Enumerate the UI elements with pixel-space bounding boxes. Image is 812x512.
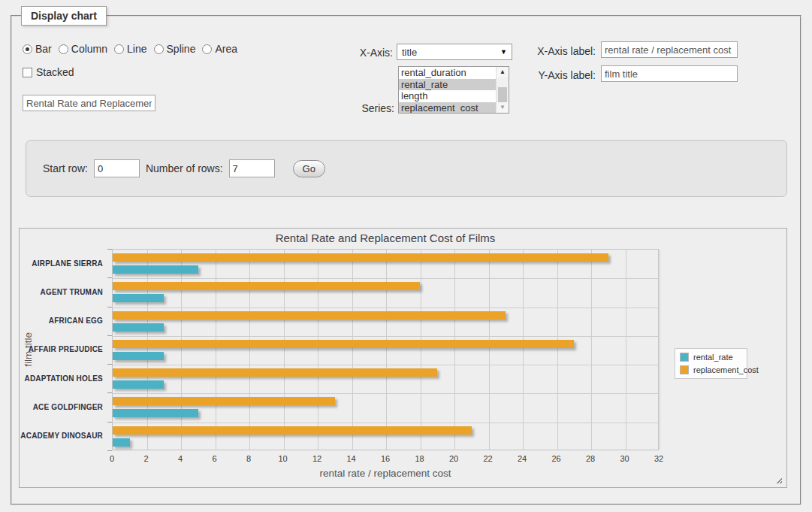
scroll-up-icon[interactable]: ▲ — [497, 67, 509, 77]
series-option-length[interactable]: length — [399, 90, 496, 102]
gridline — [113, 336, 658, 337]
x-tick-label: 22 — [483, 454, 492, 463]
chart-type-line[interactable]: Line — [114, 43, 146, 55]
x-axis-select[interactable]: title ▼ — [397, 44, 512, 60]
rows-panel: Start row: Number of rows: Go — [26, 140, 787, 197]
legend-label: rental_rate — [693, 353, 733, 362]
gridline — [113, 308, 658, 308]
category-label: ACADEMY DINOSAUR — [20, 422, 103, 450]
x-tick-label: 32 — [654, 454, 663, 463]
go-button[interactable]: Go — [293, 160, 325, 177]
y-tick — [107, 335, 112, 336]
gridline — [113, 423, 658, 423]
gridline — [113, 278, 658, 279]
gridline — [113, 393, 658, 394]
legend-item-replacement_cost: replacement_cost — [680, 365, 742, 374]
gridline — [557, 250, 558, 450]
radio-column-icon[interactable] — [59, 44, 68, 54]
category-label: AIRPLANE SIERRA — [20, 249, 103, 277]
start-row-label: Start row: — [43, 162, 88, 174]
chart-type-label: Bar — [35, 43, 52, 55]
radio-line-icon[interactable] — [114, 44, 124, 54]
chart-type-group: BarColumnLineSplineArea — [23, 43, 237, 55]
bar-replacement_cost — [113, 368, 437, 377]
legend-swatch-icon — [680, 365, 689, 374]
chart-type-area[interactable]: Area — [202, 43, 237, 55]
y-tick — [107, 422, 112, 423]
gridline — [181, 250, 182, 450]
y-axis-label-input[interactable] — [601, 65, 738, 82]
gridline — [660, 250, 660, 450]
series-listbox[interactable]: rental_durationrental_ratelengthreplacem… — [398, 66, 509, 114]
category-label: AFRICAN EGG — [20, 307, 103, 335]
stacked-checkbox-row[interactable]: Stacked — [23, 66, 74, 78]
y-tick — [107, 307, 112, 308]
bar-rental_rate — [113, 323, 164, 332]
chart-type-spline[interactable]: Spline — [154, 43, 196, 55]
chart-legend: rental_ratereplacement_cost — [675, 348, 747, 379]
gridline — [249, 250, 250, 450]
bar-rental_rate — [113, 380, 164, 389]
x-tick-label: 0 — [110, 454, 114, 463]
gridline — [591, 250, 592, 450]
x-tick-label: 16 — [381, 454, 390, 463]
series-option-rental_rate[interactable]: rental_rate — [399, 79, 496, 91]
x-tick-label: 10 — [278, 454, 287, 463]
x-axis-title: rental rate / replacement cost — [112, 468, 659, 479]
x-tick-label: 20 — [449, 454, 458, 463]
bar-replacement_cost — [113, 253, 608, 262]
radio-spline-icon[interactable] — [154, 44, 164, 54]
y-axis-label-field-label: Y-Axis label: — [534, 69, 596, 81]
gridline — [216, 250, 216, 450]
num-rows-input[interactable] — [229, 159, 275, 177]
chart-panel: Rental Rate and Replacement Cost of Film… — [19, 228, 787, 488]
y-tick — [107, 364, 112, 365]
scroll-down-icon[interactable]: ▼ — [497, 102, 509, 113]
series-label: Series: — [333, 102, 394, 114]
legend-swatch-icon — [680, 353, 689, 362]
y-tick — [107, 450, 112, 451]
gridline — [113, 365, 658, 365]
gridline — [626, 250, 626, 450]
series-option-rental_duration[interactable]: rental_duration — [399, 67, 496, 79]
bar-replacement_cost — [113, 311, 506, 320]
chart-title-input[interactable] — [23, 95, 155, 111]
series-scrollbar[interactable]: ▲ ▼ — [496, 67, 509, 113]
bar-replacement_cost — [113, 397, 335, 405]
series-options: rental_durationrental_ratelengthreplacem… — [399, 67, 496, 113]
bar-rental_rate — [113, 265, 198, 274]
scrollbar-thumb[interactable] — [498, 87, 507, 104]
y-tick — [107, 277, 112, 278]
bar-rental_rate — [113, 294, 164, 302]
x-axis-label-input[interactable] — [601, 41, 738, 58]
x-tick-labels: 02468101214161820222426283032 — [112, 454, 659, 465]
chart-type-label: Spline — [167, 43, 196, 55]
bar-replacement_cost — [113, 340, 574, 348]
gridline — [318, 250, 318, 450]
x-tick-label: 12 — [312, 454, 321, 463]
gridline — [421, 250, 421, 450]
series-option-replacement_cost[interactable]: replacement_cost — [399, 102, 496, 114]
x-axis-label: X-Axis: — [333, 47, 393, 59]
radio-bar-icon[interactable] — [23, 44, 32, 54]
chart-type-column[interactable]: Column — [59, 43, 107, 55]
plot-area — [112, 249, 659, 450]
x-tick-label: 8 — [246, 454, 251, 463]
chart-type-label: Area — [215, 43, 237, 55]
y-tick — [107, 249, 112, 250]
gridline — [489, 250, 490, 450]
x-axis-selected-value: title — [402, 47, 417, 58]
category-label: AGENT TRUMAN — [20, 277, 103, 306]
legend-item-rental_rate: rental_rate — [680, 353, 742, 362]
bar-replacement_cost — [113, 426, 472, 435]
groupbox-legend: Display chart — [21, 6, 107, 26]
chart-type-bar[interactable]: Bar — [23, 43, 52, 55]
start-row-input[interactable] — [94, 159, 140, 177]
resize-handle-icon[interactable] — [774, 476, 782, 483]
stacked-checkbox[interactable] — [23, 68, 32, 77]
chart-type-label: Column — [71, 43, 107, 55]
x-tick-label: 14 — [346, 454, 355, 463]
radio-area-icon[interactable] — [202, 44, 212, 54]
x-tick-label: 28 — [586, 454, 595, 463]
bar-replacement_cost — [113, 282, 420, 290]
